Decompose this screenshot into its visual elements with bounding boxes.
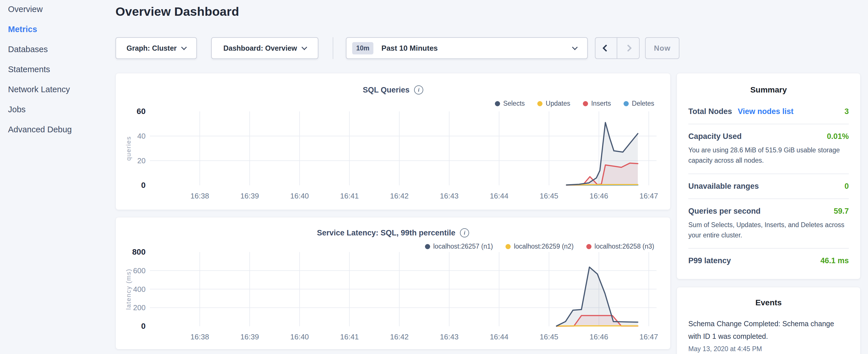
svg-text:40: 40 <box>137 132 146 140</box>
time-range-label: Past 10 Minutes <box>381 44 438 53</box>
svg-text:16:47: 16:47 <box>639 332 658 341</box>
time-range-dropdown[interactable]: 10m Past 10 Minutes <box>346 37 588 59</box>
summary-panel: Summary Total Nodes View nodes list 3 Ca… <box>677 73 861 279</box>
svg-text:60: 60 <box>137 107 146 116</box>
chevron-left-icon <box>602 44 610 52</box>
sidebar-item-metrics[interactable]: Metrics <box>8 25 105 45</box>
capacity-used-desc: You are using 28.6 MiB of 515.9 GiB usab… <box>688 145 849 166</box>
svg-text:0: 0 <box>141 181 146 190</box>
qps-value: 59.7 <box>834 207 849 216</box>
svg-text:16:45: 16:45 <box>539 332 558 341</box>
dashboard-label: Dashboard: Overview <box>223 44 297 53</box>
svg-text:latency (ms): latency (ms) <box>125 269 132 310</box>
svg-text:600: 600 <box>133 266 146 275</box>
sidebar-item-databases[interactable]: Databases <box>8 45 105 65</box>
sidebar-item-statements[interactable]: Statements <box>8 65 105 85</box>
sidebar-item-jobs[interactable]: Jobs <box>8 105 105 125</box>
sidebar-item-overview[interactable]: Overview <box>8 5 105 25</box>
chevron-right-icon <box>624 44 631 52</box>
sql-queries-plot: 16:3816:3916:4016:4116:4216:4316:4416:45… <box>116 73 670 210</box>
svg-text:16:40: 16:40 <box>290 332 309 341</box>
svg-text:16:38: 16:38 <box>191 192 209 200</box>
event-text: Schema Change Completed: Schema change w… <box>688 318 849 343</box>
events-panel: Events Schema Change Completed: Schema c… <box>677 287 861 354</box>
chevron-down-icon <box>181 44 187 50</box>
svg-text:16:45: 16:45 <box>539 192 558 200</box>
toolbar-divider <box>333 37 333 59</box>
divider <box>688 248 849 249</box>
now-button-label: Now <box>654 44 671 53</box>
service-latency-chart-card: Service Latency: SQL, 99th percentile i … <box>116 217 671 349</box>
svg-text:16:46: 16:46 <box>589 332 608 341</box>
sidebar-item-network-latency[interactable]: Network Latency <box>8 85 105 105</box>
qps-desc: Sum of Selects, Updates, Inserts, and De… <box>688 220 849 240</box>
svg-text:16:47: 16:47 <box>639 192 658 200</box>
time-range-badge: 10m <box>352 42 373 55</box>
svg-text:queries: queries <box>125 136 132 161</box>
total-nodes-value: 3 <box>844 107 849 116</box>
svg-text:400: 400 <box>133 285 146 294</box>
sidebar-item-advanced-debug[interactable]: Advanced Debug <box>8 125 105 145</box>
svg-text:16:41: 16:41 <box>340 332 359 341</box>
graph-scope-label: Graph: Cluster <box>126 44 177 53</box>
p99-latency-value: 46.1 ms <box>820 256 849 265</box>
svg-text:16:43: 16:43 <box>440 192 459 200</box>
stat-queries-per-second: Queries per second 59.7 <box>688 207 849 216</box>
svg-text:800: 800 <box>132 248 146 256</box>
time-forward-button[interactable] <box>617 38 639 58</box>
service-latency-plot: 16:3816:3916:4016:4116:4216:4316:4416:45… <box>116 217 670 349</box>
toolbar: Graph: Cluster Dashboard: Overview 10m P… <box>116 37 689 59</box>
now-button[interactable]: Now <box>645 37 679 59</box>
event-list-item: Schema Change Completed: Schema change w… <box>688 318 849 353</box>
svg-text:16:40: 16:40 <box>290 192 309 200</box>
sidebar: Overview Metrics Databases Statements Ne… <box>8 5 105 145</box>
divider <box>688 124 849 124</box>
dashboard-dropdown[interactable]: Dashboard: Overview <box>211 37 318 59</box>
svg-text:16:39: 16:39 <box>241 332 259 341</box>
stat-unavailable-ranges: Unavailable ranges 0 <box>688 182 849 191</box>
graph-scope-dropdown[interactable]: Graph: Cluster <box>116 37 197 59</box>
divider <box>688 173 849 174</box>
stat-capacity-used: Capacity Used 0.01% <box>688 132 849 141</box>
svg-text:200: 200 <box>133 303 146 312</box>
events-title: Events <box>677 298 860 307</box>
time-back-button[interactable] <box>595 38 617 58</box>
summary-title: Summary <box>677 85 860 95</box>
sql-queries-chart-card: SQL Queries i Selects Updates Inserts De… <box>116 73 671 210</box>
svg-text:16:39: 16:39 <box>241 192 259 200</box>
svg-text:20: 20 <box>137 156 146 165</box>
chevron-down-icon <box>302 44 307 50</box>
svg-text:16:38: 16:38 <box>191 332 209 341</box>
svg-text:16:44: 16:44 <box>490 192 508 200</box>
svg-text:16:46: 16:46 <box>589 192 608 200</box>
unavailable-ranges-value: 0 <box>844 182 849 191</box>
svg-text:16:41: 16:41 <box>340 192 359 200</box>
time-step-group <box>595 37 640 59</box>
svg-text:0: 0 <box>141 322 146 330</box>
stat-p99-latency: P99 latency 46.1 ms <box>688 256 849 265</box>
event-date: May 13, 2020 at 4:45 PM <box>688 345 849 353</box>
chevron-down-icon <box>572 44 578 50</box>
stat-total-nodes: Total Nodes View nodes list 3 <box>688 107 849 116</box>
page-title: Overview Dashboard <box>116 5 671 19</box>
main-content: Overview Dashboard <box>116 0 671 19</box>
svg-text:16:42: 16:42 <box>390 192 409 200</box>
capacity-used-value: 0.01% <box>827 132 849 141</box>
svg-text:16:42: 16:42 <box>390 332 409 341</box>
svg-text:16:44: 16:44 <box>490 332 508 341</box>
view-nodes-list-link[interactable]: View nodes list <box>738 107 794 116</box>
svg-text:16:43: 16:43 <box>440 332 459 341</box>
divider <box>688 198 849 199</box>
